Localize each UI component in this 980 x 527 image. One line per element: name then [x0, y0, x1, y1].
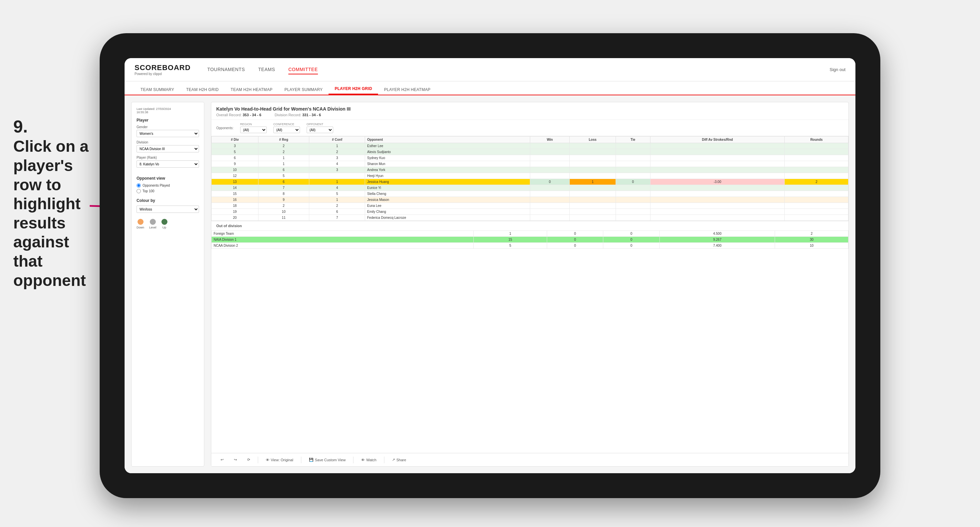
- save-icon: 💾: [309, 457, 313, 462]
- watch-btn[interactable]: 👁 Watch: [358, 457, 379, 463]
- out-of-division-label: Out of division: [211, 221, 848, 230]
- table-row[interactable]: 321Esther Lee: [212, 143, 848, 149]
- ood-table-row[interactable]: Foreign Team1004.5002: [212, 231, 848, 237]
- table-row[interactable]: 19106Emily Chang: [212, 209, 848, 215]
- eye-icon: 👁: [266, 458, 269, 462]
- col-opponent: Opponent: [365, 137, 530, 143]
- tablet-screen: SCOREBOARD Powered by clippd TOURNAMENTS…: [124, 58, 856, 473]
- watch-label: Watch: [366, 458, 376, 462]
- col-reg: # Reg: [258, 137, 309, 143]
- subnav-player-h2h-grid[interactable]: PLAYER H2H GRID: [329, 84, 378, 95]
- tablet-frame: SCOREBOARD Powered by clippd TOURNAMENTS…: [100, 33, 880, 498]
- logo-text: SCOREBOARD: [135, 63, 191, 72]
- watch-icon: 👁: [361, 458, 365, 462]
- subnav-team-h2h-grid[interactable]: TEAM H2H GRID: [180, 85, 224, 95]
- division-select[interactable]: NCAA Division III: [137, 145, 199, 152]
- nav-tournaments[interactable]: TOURNAMENTS: [207, 65, 245, 75]
- colour-by-select[interactable]: Win/loss: [137, 206, 199, 213]
- table-row[interactable]: 914Sharon Mun: [212, 161, 848, 167]
- table-row[interactable]: 1822Euna Lee: [212, 203, 848, 209]
- nav-teams[interactable]: TEAMS: [258, 65, 275, 75]
- save-custom-btn[interactable]: 💾 Save Custom View: [306, 456, 348, 463]
- col-div: # Div: [212, 137, 258, 143]
- table-row[interactable]: 1063Andrea York: [212, 167, 848, 173]
- col-win: Win: [530, 137, 570, 143]
- legend: Down Level Up: [137, 219, 199, 229]
- table-row[interactable]: 1474Eunice Yi: [212, 185, 848, 191]
- conference-select[interactable]: (All): [274, 127, 300, 133]
- sign-out[interactable]: Sign out: [829, 67, 845, 72]
- nav-links: TOURNAMENTS TEAMS COMMITTEE: [207, 65, 829, 75]
- h2h-table: # Div # Reg # Conf Opponent Win Loss Tie…: [211, 136, 848, 221]
- table-row[interactable]: 1585Stella Cheng: [212, 191, 848, 197]
- col-rounds: Rounds: [785, 137, 848, 143]
- player-rank-select[interactable]: 8. Katelyn Vo: [137, 160, 199, 168]
- legend-up-circle: [161, 219, 167, 225]
- main-content: Last Updated: 27/03/2024 16:55:38 Player…: [124, 95, 856, 473]
- logo-area: SCOREBOARD Powered by clippd: [135, 63, 191, 76]
- col-tie: Tie: [616, 137, 650, 143]
- redo-btn[interactable]: ↪: [231, 456, 240, 463]
- colour-by-label: Colour by: [137, 198, 199, 203]
- grid-records: Overall Record: 353 - 34 - 6 Division Re…: [216, 113, 843, 117]
- conference-filter: Conference (All): [274, 122, 300, 133]
- logo-sub: Powered by clippd: [135, 72, 191, 76]
- view-original-label: View: Original: [271, 458, 293, 462]
- top100-radio[interactable]: Top 100: [137, 189, 199, 193]
- division-record: Division Record: 331 - 34 - 6: [275, 113, 321, 117]
- opponent-filter: Opponent (All): [307, 122, 333, 133]
- opponents-label: Opponents:: [216, 126, 234, 130]
- region-filter: Region (All): [240, 122, 267, 133]
- subnav-team-summary[interactable]: TEAM SUMMARY: [135, 85, 180, 95]
- table-row[interactable]: 20117Federica Domecq Lacroze: [212, 215, 848, 221]
- legend-down: Down: [137, 219, 144, 229]
- overall-record: Overall Record: 353 - 34 - 6: [216, 113, 261, 117]
- sub-nav: TEAM SUMMARY TEAM H2H GRID TEAM H2H HEAT…: [124, 81, 856, 95]
- table-row[interactable]: 613Sydney Kuo: [212, 155, 848, 161]
- grid-title: Katelyn Vo Head-to-Head Grid for Women's…: [216, 106, 843, 111]
- nav-bar: SCOREBOARD Powered by clippd TOURNAMENTS…: [124, 58, 856, 81]
- share-btn[interactable]: ↗ Share: [389, 456, 409, 463]
- ood-table-row[interactable]: NCAA Division 25007.40010: [212, 243, 848, 249]
- table-row[interactable]: 522Alexis Sudjianto: [212, 149, 848, 155]
- nav-committee[interactable]: COMMITTEE: [288, 65, 318, 75]
- col-loss: Loss: [570, 137, 616, 143]
- table-container: # Div # Reg # Conf Opponent Win Loss Tie…: [211, 136, 848, 453]
- legend-level-circle: [150, 219, 156, 225]
- view-original-btn[interactable]: 👁 View: Original: [263, 457, 296, 463]
- opponent-played-radio[interactable]: Opponents Played: [137, 183, 199, 187]
- table-row[interactable]: 1361Jessica Huang010-3.002: [212, 179, 848, 185]
- table-row[interactable]: 125Heeji Hyun: [212, 173, 848, 179]
- subnav-player-summary[interactable]: PLAYER SUMMARY: [278, 85, 329, 95]
- opponent-view-title: Opponent view: [137, 176, 199, 181]
- annotation-body: Click on a player's row to highlight res…: [13, 137, 90, 290]
- bottom-toolbar: ↩ ↪ ⟳ 👁 View: Original 💾 Save Custom Vie…: [211, 453, 848, 466]
- division-label: Division: [137, 140, 199, 144]
- save-custom-label: Save Custom View: [315, 458, 346, 462]
- toolbar-sep4: [384, 457, 384, 463]
- annotation-text: 9. Click on a player's row to highlight …: [13, 116, 90, 290]
- share-label: Share: [396, 458, 406, 462]
- forward-btn[interactable]: ⟳: [245, 456, 253, 463]
- player-rank-label: Player (Rank): [137, 156, 199, 159]
- table-header-row: # Div # Reg # Conf Opponent Win Loss Tie…: [212, 137, 848, 143]
- region-select[interactable]: (All): [240, 127, 267, 133]
- table-row[interactable]: 1691Jessica Mason: [212, 197, 848, 203]
- col-diff: Diff Av Strokes/Rnd: [650, 137, 785, 143]
- annotation-step: 9.: [13, 116, 90, 137]
- colour-by-section: Colour by Win/loss Down Level: [137, 198, 199, 229]
- legend-level: Level: [149, 219, 156, 229]
- subnav-player-h2h-heatmap[interactable]: PLAYER H2H HEATMAP: [378, 85, 436, 95]
- legend-down-circle: [138, 219, 143, 225]
- gender-label: Gender: [137, 125, 199, 129]
- filters-row: Opponents: Region (All) Conference (All): [211, 120, 848, 136]
- ood-table-row[interactable]: NAIA Division 115009.26730: [212, 237, 848, 243]
- left-panel: Last Updated: 27/03/2024 16:55:38 Player…: [131, 102, 204, 467]
- gender-select[interactable]: Women's: [137, 130, 199, 137]
- opponent-view-section: Opponent view Opponents Played Top 100: [137, 176, 199, 193]
- ood-table: Foreign Team1004.5002NAIA Division 11500…: [211, 230, 848, 249]
- undo-btn[interactable]: ↩: [218, 456, 226, 463]
- opponent-select[interactable]: (All): [307, 127, 333, 133]
- subnav-team-h2h-heatmap[interactable]: TEAM H2H HEATMAP: [224, 85, 278, 95]
- right-panel: Katelyn Vo Head-to-Head Grid for Women's…: [211, 102, 849, 467]
